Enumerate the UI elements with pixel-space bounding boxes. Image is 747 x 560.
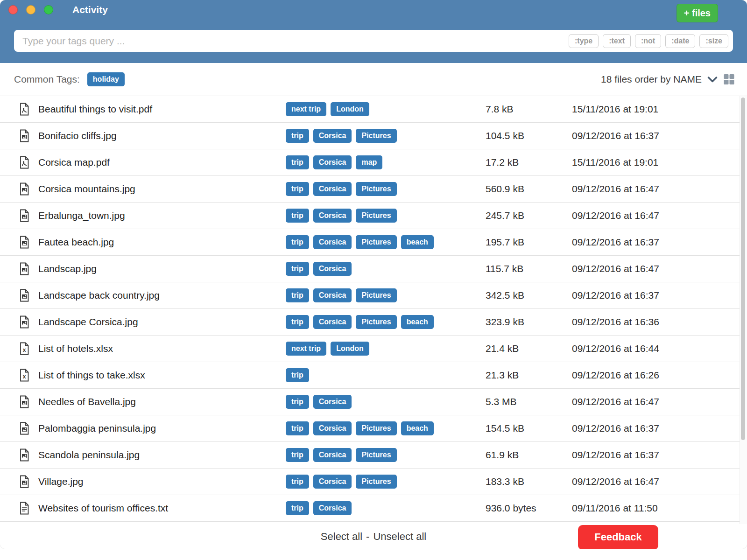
add-files-button[interactable]: + files [677, 4, 718, 22]
file-tag[interactable]: Pictures [356, 288, 396, 302]
file-row[interactable]: Beautiful things to visit.pdfnext tripLo… [0, 96, 740, 123]
file-row[interactable]: Village.jpgtripCorsicaPictures183.3 kB09… [0, 469, 740, 495]
file-tag[interactable]: beach [401, 315, 434, 329]
toolbar: Common Tags: holiday 18 files order by N… [0, 63, 747, 96]
file-tag[interactable]: Corsica [313, 262, 352, 275]
file-size: 342.5 kB [486, 290, 572, 301]
file-tag[interactable]: Corsica [313, 395, 352, 408]
select-all-link[interactable]: Select all [321, 531, 362, 543]
image-file-icon [19, 395, 38, 408]
file-row[interactable]: Fautea beach.jpgtripCorsicaPicturesbeach… [0, 229, 740, 256]
file-size: 104.5 kB [486, 130, 572, 141]
file-tag[interactable]: beach [401, 421, 434, 435]
file-size: 17.2 kB [486, 157, 572, 168]
search-bar: :type:text:not:date:size [14, 30, 733, 52]
file-size: 936.0 bytes [486, 503, 572, 514]
file-tag[interactable]: trip [286, 288, 309, 302]
file-tag[interactable]: trip [286, 209, 309, 222]
file-tag[interactable]: Pictures [356, 315, 396, 329]
scrollbar-track[interactable] [740, 96, 747, 524]
image-file-icon [19, 422, 38, 435]
svg-text:x: x [23, 373, 26, 380]
file-tag[interactable]: London [331, 102, 369, 116]
image-file-icon [19, 182, 38, 196]
minimize-window-button[interactable] [26, 5, 35, 14]
file-tag[interactable]: trip [286, 395, 309, 408]
file-tag[interactable]: Pictures [356, 209, 396, 222]
file-tag[interactable]: map [356, 155, 382, 169]
file-tag[interactable]: Corsica [313, 475, 352, 488]
file-row[interactable]: Landscape Corsica.jpgtripCorsicaPictures… [0, 309, 740, 336]
file-tag[interactable]: Corsica [313, 421, 352, 435]
file-row[interactable]: Bonifacio cliffs.jpgtripCorsicaPictures1… [0, 123, 740, 149]
file-date: 09/12/2016 at 16:37 [572, 423, 738, 434]
file-tag[interactable]: trip [286, 155, 309, 169]
file-tag[interactable]: London [331, 342, 369, 355]
image-file-icon [19, 448, 38, 462]
file-tag[interactable]: Pictures [356, 235, 396, 249]
file-tags: next tripLondon [286, 102, 486, 116]
file-tag[interactable]: Corsica [313, 448, 352, 462]
filter-button-date[interactable]: :date [665, 34, 695, 48]
close-window-button[interactable] [8, 5, 18, 14]
file-tags: tripCorsica [286, 501, 486, 515]
file-name: Needles of Bavella.jpg [38, 396, 286, 407]
file-row[interactable]: Landscap.jpgtripCorsica115.7 kB09/12/201… [0, 256, 740, 282]
filter-button-text[interactable]: :text [603, 34, 631, 48]
file-tag[interactable]: Corsica [313, 182, 352, 196]
file-tag[interactable]: Pictures [356, 129, 396, 142]
file-tag[interactable]: Pictures [356, 182, 396, 196]
file-tag[interactable]: trip [286, 262, 309, 275]
file-row[interactable]: Scandola peninsula.jpgtripCorsicaPicture… [0, 442, 740, 469]
file-tag[interactable]: trip [286, 129, 309, 142]
grid-view-icon[interactable] [723, 74, 735, 85]
file-tag[interactable]: beach [401, 235, 434, 249]
file-tag[interactable]: trip [286, 368, 309, 382]
file-tag[interactable]: trip [286, 448, 309, 462]
file-date: 09/12/2016 at 16:37 [572, 449, 738, 461]
file-tag[interactable]: Corsica [313, 155, 352, 169]
file-row[interactable]: Landscape back country.jpgtripCorsicaPic… [0, 282, 740, 309]
file-row[interactable]: Websites of tourism offices.txttripCorsi… [0, 495, 740, 522]
file-tag[interactable]: trip [286, 501, 309, 515]
file-name: Corsica map.pdf [38, 157, 286, 168]
file-tag[interactable]: trip [286, 182, 309, 196]
scrollbar-thumb[interactable] [741, 98, 745, 440]
filter-button-not[interactable]: :not [635, 34, 661, 48]
unselect-all-link[interactable]: Unselect all [373, 531, 426, 543]
file-tag[interactable]: Corsica [313, 235, 352, 249]
file-row[interactable]: xList of things to take.xlsxtrip21.3 kB0… [0, 362, 740, 389]
file-tag[interactable]: Corsica [313, 209, 352, 222]
file-tag[interactable]: Pictures [356, 475, 396, 488]
file-tag[interactable]: trip [286, 235, 309, 249]
image-file-icon [19, 209, 38, 222]
feedback-button[interactable]: Feedback [578, 525, 658, 549]
file-row[interactable]: xList of hotels.xlsxnext tripLondon21.4 … [0, 336, 740, 362]
file-tag[interactable]: Pictures [356, 421, 396, 435]
filter-button-type[interactable]: :type [569, 34, 599, 48]
file-tag[interactable]: Pictures [356, 448, 396, 462]
image-file-icon [19, 262, 38, 275]
file-tag[interactable]: Corsica [313, 288, 352, 302]
file-tag[interactable]: trip [286, 421, 309, 435]
file-tag[interactable]: next trip [286, 102, 326, 116]
filter-button-size[interactable]: :size [699, 34, 728, 48]
file-tag[interactable]: trip [286, 475, 309, 488]
file-row[interactable]: Corsica mountains.jpgtripCorsicaPictures… [0, 176, 740, 203]
file-tags: tripCorsicaPicturesbeach [286, 315, 486, 329]
file-row[interactable]: Needles of Bavella.jpgtripCorsica5.3 MB0… [0, 389, 740, 415]
common-tag[interactable]: holiday [87, 72, 125, 86]
file-row[interactable]: Palombaggia peninsula.jpgtripCorsicaPict… [0, 415, 740, 442]
file-tag[interactable]: next trip [286, 342, 326, 355]
file-tag[interactable]: Corsica [313, 315, 352, 329]
file-tag[interactable]: trip [286, 315, 309, 329]
file-date: 09/12/2016 at 16:37 [572, 130, 738, 141]
zoom-window-button[interactable] [44, 5, 53, 14]
file-tag[interactable]: Corsica [313, 501, 352, 515]
file-row[interactable]: Erbalunga_town.jpgtripCorsicaPictures245… [0, 203, 740, 229]
file-tags: tripCorsicaPictures [286, 209, 486, 222]
file-tag[interactable]: Corsica [313, 129, 352, 142]
file-name: Corsica mountains.jpg [38, 183, 286, 195]
file-row[interactable]: Corsica map.pdftripCorsicamap17.2 kB15/1… [0, 149, 740, 176]
chevron-down-icon[interactable] [707, 76, 718, 83]
